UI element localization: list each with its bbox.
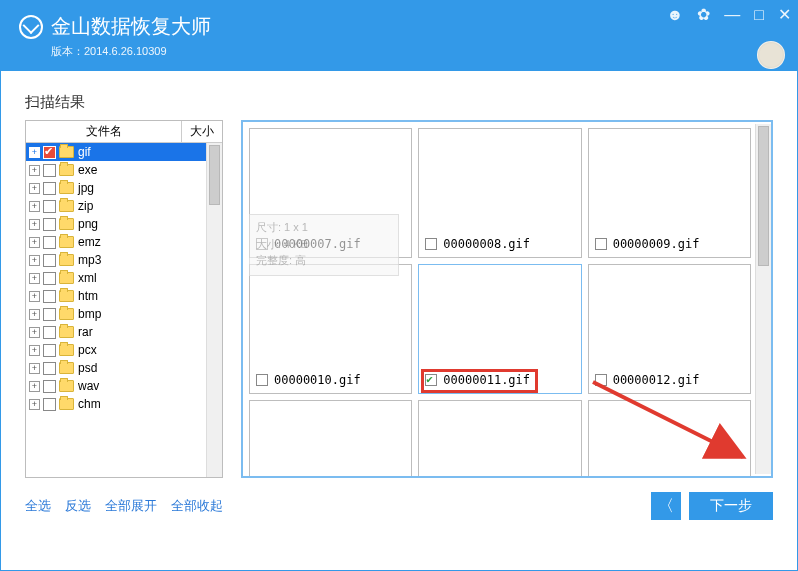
thumbnail-item[interactable]: 00000013.gif bbox=[249, 400, 412, 478]
preview-scrollbar-thumb[interactable] bbox=[758, 126, 769, 266]
back-button[interactable]: 〈 bbox=[651, 492, 681, 520]
tree-item-htm[interactable]: +htm bbox=[26, 287, 222, 305]
tree-item-xml[interactable]: +xml bbox=[26, 269, 222, 287]
tree-checkbox[interactable] bbox=[43, 362, 56, 375]
select-all-link[interactable]: 全选 bbox=[25, 497, 51, 515]
expander-icon[interactable]: + bbox=[29, 363, 40, 374]
expander-icon[interactable]: + bbox=[29, 255, 40, 266]
tree-item-rar[interactable]: +rar bbox=[26, 323, 222, 341]
expander-icon[interactable]: + bbox=[29, 327, 40, 338]
tree-checkbox[interactable] bbox=[43, 398, 56, 411]
expander-icon[interactable]: + bbox=[29, 309, 40, 320]
maximize-icon[interactable]: □ bbox=[754, 7, 764, 23]
selection-links: 全选 反选 全部展开 全部收起 bbox=[25, 497, 223, 515]
tree-item-pcx[interactable]: +pcx bbox=[26, 341, 222, 359]
tree-header-size[interactable]: 大小 bbox=[182, 121, 222, 142]
tree-checkbox[interactable] bbox=[43, 272, 56, 285]
tree-item-wav[interactable]: +wav bbox=[26, 377, 222, 395]
tree-checkbox[interactable] bbox=[43, 380, 56, 393]
content-area: 扫描结果 文件名 大小 +gif+exe+jpg+zip+png+emz+mp3… bbox=[1, 71, 797, 570]
app-logo-icon bbox=[19, 15, 43, 39]
preview-panel: 00000007.gif00000008.gif00000009.gif0000… bbox=[241, 120, 773, 478]
expander-icon[interactable]: + bbox=[29, 237, 40, 248]
tree-checkbox[interactable] bbox=[43, 290, 56, 303]
collapse-all-link[interactable]: 全部收起 bbox=[171, 497, 223, 515]
expander-icon[interactable]: + bbox=[29, 219, 40, 230]
tree-checkbox[interactable] bbox=[43, 182, 56, 195]
thumbnail-item[interactable]: 00000009.gif bbox=[588, 128, 751, 258]
expander-icon[interactable]: + bbox=[29, 399, 40, 410]
tree-item-gif[interactable]: +gif bbox=[26, 143, 222, 161]
thumbnail-caption: 00000008.gif bbox=[425, 237, 530, 251]
tree-item-exe[interactable]: +exe bbox=[26, 161, 222, 179]
folder-icon bbox=[59, 164, 74, 176]
expander-icon[interactable]: + bbox=[29, 183, 40, 194]
user-avatar[interactable] bbox=[757, 41, 785, 69]
tree-item-mp3[interactable]: +mp3 bbox=[26, 251, 222, 269]
tree-item-emz[interactable]: +emz bbox=[26, 233, 222, 251]
tree-item-label: wav bbox=[78, 379, 99, 393]
folder-icon bbox=[59, 236, 74, 248]
tree-item-label: mp3 bbox=[78, 253, 101, 267]
preview-scrollbar[interactable] bbox=[755, 124, 771, 474]
tree-item-chm[interactable]: +chm bbox=[26, 395, 222, 413]
tree-item-psd[interactable]: +psd bbox=[26, 359, 222, 377]
thumb-checkbox[interactable] bbox=[425, 374, 437, 386]
expand-all-link[interactable]: 全部展开 bbox=[105, 497, 157, 515]
tree-scrollbar[interactable] bbox=[206, 143, 222, 477]
folder-icon bbox=[59, 308, 74, 320]
thumb-checkbox[interactable] bbox=[595, 374, 607, 386]
folder-icon bbox=[59, 362, 74, 374]
tree-checkbox[interactable] bbox=[43, 164, 56, 177]
thumbnail-item[interactable]: 00000015.gif bbox=[588, 400, 751, 478]
expander-icon[interactable]: + bbox=[29, 273, 40, 284]
tree-item-label: exe bbox=[78, 163, 97, 177]
folder-icon bbox=[59, 326, 74, 338]
thumb-checkbox[interactable] bbox=[256, 374, 268, 386]
tree-item-jpg[interactable]: +jpg bbox=[26, 179, 222, 197]
thumbnail-caption: 00000010.gif bbox=[256, 373, 361, 387]
expander-icon[interactable]: + bbox=[29, 165, 40, 176]
folder-icon bbox=[59, 146, 74, 158]
tree-checkbox[interactable] bbox=[43, 218, 56, 231]
folder-icon bbox=[59, 218, 74, 230]
tree-item-png[interactable]: +png bbox=[26, 215, 222, 233]
tree-scrollbar-thumb[interactable] bbox=[209, 145, 220, 205]
expander-icon[interactable]: + bbox=[29, 345, 40, 356]
thumbnail-item[interactable]: 00000014.gif bbox=[418, 400, 581, 478]
settings-icon[interactable]: ✿ bbox=[697, 7, 710, 23]
tree-header-name[interactable]: 文件名 bbox=[26, 121, 182, 142]
tree-checkbox[interactable] bbox=[43, 344, 56, 357]
thumbnail-item[interactable]: 00000008.gif bbox=[418, 128, 581, 258]
tree-header: 文件名 大小 bbox=[26, 121, 222, 143]
expander-icon[interactable]: + bbox=[29, 291, 40, 302]
next-button[interactable]: 下一步 bbox=[689, 492, 773, 520]
invert-selection-link[interactable]: 反选 bbox=[65, 497, 91, 515]
thumb-checkbox[interactable] bbox=[595, 238, 607, 250]
thumb-filename: 00000011.gif bbox=[443, 373, 530, 387]
expander-icon[interactable]: + bbox=[29, 381, 40, 392]
feedback-icon[interactable]: ☻ bbox=[666, 7, 683, 23]
tree-checkbox[interactable] bbox=[43, 326, 56, 339]
tree-item-bmp[interactable]: +bmp bbox=[26, 305, 222, 323]
close-icon[interactable]: ✕ bbox=[778, 7, 791, 23]
tree-checkbox[interactable] bbox=[43, 308, 56, 321]
tree-checkbox[interactable] bbox=[43, 146, 56, 159]
thumbnail-item[interactable]: 00000010.gif bbox=[249, 264, 412, 394]
expander-icon[interactable]: + bbox=[29, 201, 40, 212]
expander-icon[interactable]: + bbox=[29, 147, 40, 158]
thumb-filename: 00000008.gif bbox=[443, 237, 530, 251]
tree-checkbox[interactable] bbox=[43, 200, 56, 213]
file-tree-panel: 文件名 大小 +gif+exe+jpg+zip+png+emz+mp3+xml+… bbox=[25, 120, 223, 478]
tree-checkbox[interactable] bbox=[43, 236, 56, 249]
tree-checkbox[interactable] bbox=[43, 254, 56, 267]
folder-icon bbox=[59, 200, 74, 212]
thumbnail-item[interactable]: 00000011.gif bbox=[418, 264, 581, 394]
thumb-checkbox[interactable] bbox=[425, 238, 437, 250]
tree-item-zip[interactable]: +zip bbox=[26, 197, 222, 215]
thumbnail-item[interactable]: 00000012.gif bbox=[588, 264, 751, 394]
tree-item-label: psd bbox=[78, 361, 97, 375]
folder-icon bbox=[59, 398, 74, 410]
tree-item-label: zip bbox=[78, 199, 93, 213]
minimize-icon[interactable]: ― bbox=[724, 7, 740, 23]
